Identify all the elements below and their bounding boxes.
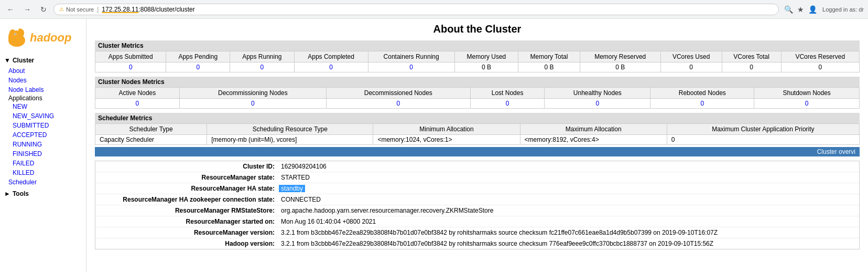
lost-nodes-link[interactable]: 0	[506, 100, 509, 107]
rm-zk-value: CONNECTED	[279, 196, 321, 203]
cluster-nodes-row: 0 0 0 0 0 0 0	[95, 99, 860, 109]
col-vcores-used: VCores Used	[660, 51, 722, 62]
col-decommissioned-nodes: Decommissioned Nodes	[326, 88, 470, 99]
col-apps-pending: Apps Pending	[166, 51, 230, 62]
col-minimum-allocation: Minimum Allocation	[373, 124, 520, 135]
url-suffix: :8088/cluster/cluster	[138, 6, 194, 13]
logged-in-text: Logged in as: dr	[822, 6, 864, 13]
app-submitted-link[interactable]: SUBMITTED	[0, 121, 86, 130]
logo-area: hadoop	[0, 22, 86, 54]
rm-ha-state-row: ResourceManager HA state: standby	[95, 183, 859, 194]
col-lost-nodes: Lost Nodes	[470, 88, 545, 99]
cluster-metrics-row: 0 0 0 0 0 0 B 0 B 0 B 0 0 0	[95, 62, 860, 72]
containers-running-link[interactable]: 0	[409, 64, 413, 71]
decommissioning-nodes-val: 0	[179, 99, 326, 109]
lock-icon: ⚠	[59, 6, 64, 12]
rebooted-nodes-val: 0	[650, 99, 754, 109]
col-vcores-total: VCores Total	[722, 51, 781, 62]
rm-store-row: ResourceManager RMStateStore: org.apache…	[95, 205, 859, 216]
svg-point-7	[15, 34, 16, 35]
shutdown-nodes-link[interactable]: 0	[805, 100, 809, 107]
col-apps-submitted: Apps Submitted	[95, 51, 166, 62]
rm-version-value: 3.2.1 from b3cbbb467e22ea829b3808f4b7b01…	[279, 229, 718, 236]
cluster-id-value: 1629049204106	[279, 163, 327, 170]
cluster-label: Cluster	[13, 57, 34, 64]
cluster-header[interactable]: ▼ Cluster	[0, 55, 86, 66]
scheduler-row: Capacity Scheduler [memory-mb (unit=Mi),…	[95, 135, 860, 145]
app-new-saving-link[interactable]: NEW_SAVING	[0, 111, 86, 121]
tools-label: Tools	[13, 190, 29, 197]
col-shutdown-nodes: Shutdown Nodes	[754, 88, 860, 99]
back-button[interactable]: ←	[4, 4, 17, 15]
apps-submitted-link[interactable]: 0	[129, 64, 133, 71]
cluster-overview-bar: Cluster overvi	[95, 147, 860, 156]
scheduler-link[interactable]: Scheduler	[0, 177, 86, 187]
rm-zk-row: ResourceManager HA zookeeper connection …	[95, 194, 859, 205]
search-browser-button[interactable]: 🔍	[783, 4, 794, 15]
about-link[interactable]: About	[0, 66, 86, 76]
memory-total-val: 0 B	[518, 62, 580, 72]
apps-pending-link[interactable]: 0	[196, 64, 200, 71]
elephant-icon	[5, 26, 29, 49]
bookmark-button[interactable]: ★	[796, 4, 805, 15]
col-scheduling-resource-type: Scheduling Resource Type	[207, 124, 373, 135]
max-priority-val: 0	[667, 135, 859, 145]
rm-state-value: STARTED	[279, 174, 310, 181]
lost-nodes-val: 0	[470, 99, 545, 109]
rm-version-label: ResourceManager version:	[95, 229, 279, 236]
col-decommissioning-nodes: Decommissioning Nodes	[179, 88, 326, 99]
cluster-id-label: Cluster ID:	[95, 163, 279, 170]
apps-completed-link[interactable]: 0	[329, 64, 333, 71]
unhealthy-nodes-val: 0	[545, 99, 650, 109]
tools-header[interactable]: ► Tools	[0, 188, 86, 200]
shutdown-nodes-val: 0	[754, 99, 860, 109]
decommissioned-nodes-val: 0	[326, 99, 470, 109]
rm-started-value: Mon Aug 16 01:40:04 +0800 2021	[279, 218, 376, 225]
col-vcores-reserved: VCores Reserved	[781, 51, 859, 62]
active-nodes-link[interactable]: 0	[136, 100, 139, 107]
min-allocation-val: <memory:1024, vCores:1>	[373, 135, 520, 145]
nodes-link[interactable]: Nodes	[0, 76, 86, 85]
col-apps-running: Apps Running	[230, 51, 295, 62]
rebooted-nodes-link[interactable]: 0	[700, 100, 704, 107]
app-running-link[interactable]: RUNNING	[0, 140, 86, 149]
profile-button[interactable]: 👤	[807, 4, 818, 15]
apps-running-link[interactable]: 0	[260, 64, 264, 71]
cluster-arrow: ▼	[4, 57, 10, 64]
svg-point-5	[8, 32, 13, 43]
reload-button[interactable]: ↻	[38, 4, 49, 15]
scheduler-type-val: Capacity Scheduler	[95, 135, 207, 145]
url-text: 172.25.28.11:8088/cluster/cluster	[102, 6, 194, 13]
col-active-nodes: Active Nodes	[95, 88, 180, 99]
col-unhealthy-nodes: Unhealthy Nodes	[545, 88, 650, 99]
unhealthy-nodes-link[interactable]: 0	[595, 100, 599, 107]
applications-label: Applications	[0, 93, 51, 103]
page-title: About the Cluster	[95, 23, 860, 35]
rm-zk-label: ResourceManager HA zookeeper connection …	[95, 196, 279, 203]
hadoop-version-row: Hadoop version: 3.2.1 from b3cbbb467e22e…	[95, 238, 859, 249]
col-containers-running: Containers Running	[368, 51, 454, 62]
decommissioning-nodes-link[interactable]: 0	[251, 100, 255, 107]
apps-submitted-val: 0	[95, 62, 166, 72]
app-finished-link[interactable]: FINISHED	[0, 149, 86, 159]
not-secure-text: Not secure	[66, 6, 94, 13]
decommissioned-nodes-link[interactable]: 0	[396, 100, 400, 107]
content-area: About the Cluster Cluster Metrics Apps S…	[86, 19, 868, 272]
app-accepted-link[interactable]: ACCEPTED	[0, 130, 86, 140]
rm-store-label: ResourceManager RMStateStore:	[95, 207, 279, 214]
apps-completed-val: 0	[294, 62, 368, 72]
cluster-id-row: Cluster ID: 1629049204106	[95, 161, 859, 172]
col-max-priority: Maximum Cluster Application Priority	[667, 124, 859, 135]
col-memory-reserved: Memory Reserved	[580, 51, 660, 62]
memory-used-val: 0 B	[454, 62, 518, 72]
rm-state-label: ResourceManager state:	[95, 174, 279, 181]
forward-button[interactable]: →	[21, 4, 34, 15]
vcores-total-val: 0	[722, 62, 781, 72]
hadoop-logo: hadoop	[5, 26, 71, 49]
rm-started-label: ResourceManager started on:	[95, 218, 279, 225]
app-killed-link[interactable]: KILLED	[0, 168, 86, 177]
address-bar[interactable]: ⚠ Not secure | 172.25.28.11:8088/cluster…	[53, 4, 779, 15]
cluster-nodes-table: Active Nodes Decommissioning Nodes Decom…	[95, 87, 860, 109]
app-failed-link[interactable]: FAILED	[0, 159, 86, 168]
sidebar: hadoop ▼ Cluster About Nodes Node Labels…	[0, 19, 86, 272]
